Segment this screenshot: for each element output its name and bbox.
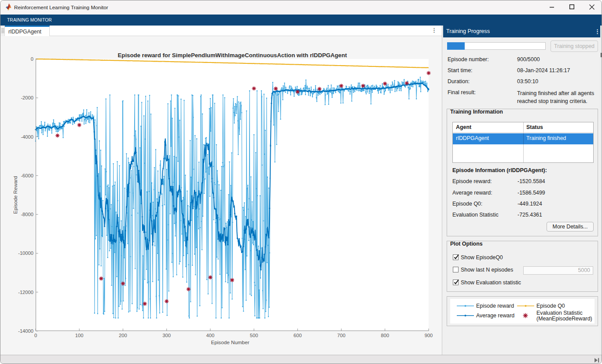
svg-text:500: 500	[250, 333, 258, 338]
svg-text:900: 900	[425, 333, 433, 338]
svg-text:Evaluation Statistic: Evaluation Statistic	[536, 310, 583, 316]
svg-text:400: 400	[206, 333, 215, 338]
svg-text:Episode Number: Episode Number	[211, 339, 249, 345]
svg-text:-6000: -6000	[21, 173, 33, 178]
svg-text:-10000: -10000	[18, 250, 33, 256]
svg-text:Episode Reward: Episode Reward	[12, 176, 18, 214]
svg-text:0: 0	[31, 56, 33, 62]
svg-text:200: 200	[119, 333, 127, 338]
svg-text:(MeanEpisodeReward): (MeanEpisodeReward)	[536, 316, 592, 322]
svg-text:-4000: -4000	[21, 134, 33, 140]
svg-text:Episode reward: Episode reward	[476, 303, 514, 309]
svg-text:-14000: -14000	[18, 328, 33, 334]
svg-text:-12000: -12000	[18, 290, 33, 295]
svg-text:800: 800	[381, 333, 389, 338]
svg-text:-2000: -2000	[21, 95, 33, 100]
svg-text:700: 700	[337, 333, 345, 338]
svg-text:-8000: -8000	[21, 212, 33, 217]
svg-text:0: 0	[34, 333, 37, 338]
svg-text:Average reward: Average reward	[476, 313, 514, 319]
svg-text:100: 100	[75, 333, 84, 338]
svg-text:Episode Q0: Episode Q0	[536, 303, 565, 309]
svg-text:600: 600	[294, 333, 302, 338]
svg-text:Episode reward for SimplePendl: Episode reward for SimplePendlumWithImag…	[118, 52, 347, 59]
svg-text:300: 300	[162, 333, 171, 338]
